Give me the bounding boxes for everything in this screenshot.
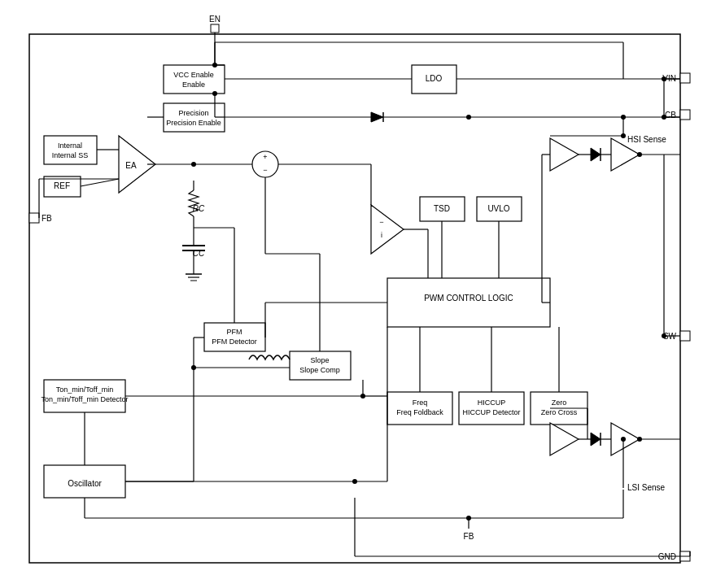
ldo-label: LDO <box>425 73 442 82</box>
hs-gate-dot <box>637 152 642 157</box>
svg-point-71 <box>191 365 196 370</box>
svg-point-50 <box>621 115 626 120</box>
svg-point-91 <box>212 91 217 96</box>
precision-enable-label1: Precision <box>178 109 208 117</box>
svg-point-65 <box>621 437 626 442</box>
svg-point-98 <box>621 133 626 138</box>
uvlo-label: UVLO <box>487 203 509 212</box>
slope-label2: Slope Comp <box>299 366 340 374</box>
vcc-enable-block <box>164 65 225 94</box>
svg-point-48 <box>662 333 666 338</box>
vin-pin <box>680 73 690 83</box>
pfm-label2: PFM Detector <box>212 338 257 346</box>
ton-label2: Ton_min/Toff_min Detector <box>41 395 128 403</box>
tsd-label: TSD <box>434 203 450 212</box>
minus-sense: − <box>379 218 383 226</box>
hsi-sense-label: HSI Sense <box>627 134 666 143</box>
oscillator-label: Oscillator <box>68 478 102 487</box>
cb-label: CB <box>665 110 676 119</box>
fb-left-label: FB <box>41 213 52 222</box>
svg-point-75 <box>352 479 357 484</box>
plus-sign: + <box>263 153 267 161</box>
internal-ss-block <box>44 136 97 164</box>
hiccup-label2: HICCUP Detector <box>462 408 520 416</box>
pwm-label1: PWM CONTROL LOGIC <box>424 293 513 302</box>
fb-left-pin <box>29 213 39 223</box>
vcc-enable-label2: Enable <box>181 81 204 89</box>
freq-label2: Freq Foldback <box>396 408 443 416</box>
hiccup-label1: HICCUP <box>477 399 505 407</box>
ea-label: EA <box>125 160 137 169</box>
zero-label2: Zero Cross <box>540 408 577 416</box>
internal-ss-label1: Internal <box>57 142 81 150</box>
precision-enable-label2: Precision Enable <box>166 119 221 127</box>
freq-label1: Freq <box>412 399 427 407</box>
vcc-enable-label: VCC Enable <box>173 71 214 79</box>
en-pin <box>211 24 219 33</box>
plus-sense: i <box>381 231 382 239</box>
svg-point-90 <box>212 63 217 68</box>
minus-sign: − <box>263 166 267 174</box>
fb-bottom-label: FB <box>463 531 474 540</box>
ref-label: REF <box>54 181 70 189</box>
ton-label1: Ton_min/Toff_min <box>55 385 112 394</box>
svg-point-35 <box>191 162 196 167</box>
sw-pin <box>680 331 690 341</box>
en-label: EN <box>209 14 221 23</box>
slope-label1: Slope <box>310 356 329 364</box>
block-diagram: EN VCC Enable Enable LDO VIN Precision P… <box>13 10 713 579</box>
zero-label1: Zero <box>551 399 566 407</box>
pwm-control-block <box>387 278 550 327</box>
cb-pin <box>680 110 690 120</box>
svg-point-96 <box>662 115 666 120</box>
svg-point-81 <box>466 516 471 520</box>
pfm-label1: PFM <box>226 328 242 336</box>
internal-ss-label2: Internal SS <box>51 151 88 159</box>
svg-point-28 <box>466 115 471 120</box>
svg-point-88 <box>360 394 365 399</box>
ls-gate-dot <box>637 437 642 442</box>
lsi-sense-label: LSI Sense <box>627 482 666 491</box>
